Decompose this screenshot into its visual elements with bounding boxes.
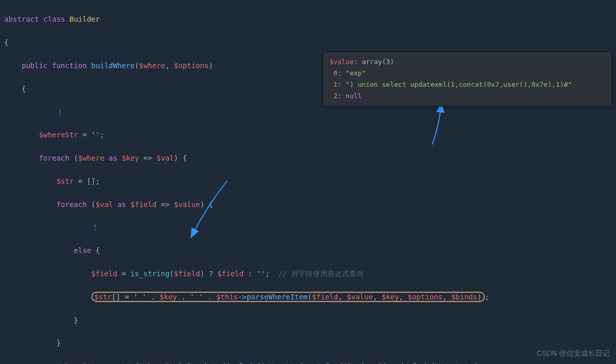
code-line: abstract class Builder — [4, 13, 612, 25]
code-line: } — [4, 337, 612, 349]
kw-function: function — [52, 61, 87, 70]
tooltip-row: 0: "exp" — [329, 68, 605, 79]
fold-ellipsis-icon: ⋮ — [56, 108, 64, 116]
code-line: ⋮ — [4, 221, 612, 233]
kw-class: class — [43, 15, 65, 23]
debug-tooltip: $value: array(3) 0: "exp" 1: ") union se… — [323, 52, 612, 106]
code-line: $whereStr = ''; — [4, 129, 612, 140]
watermark: CSDN @信安成长日记 — [536, 347, 610, 359]
kw-public: public — [22, 61, 48, 70]
tooltip-row: 2: null — [329, 90, 605, 102]
code-line: { — [4, 37, 612, 48]
code-line: $str[] = ' ' . $key . ' ' . $this->parse… — [4, 291, 612, 303]
code-line: foreach ($val as $field => $value) { — [4, 199, 612, 210]
code-line: $str = []; — [4, 176, 612, 187]
class-name: Builder — [69, 15, 100, 23]
code-line: ⋮ — [4, 106, 612, 118]
kw-abstract: abstract — [4, 15, 39, 23]
fold-ellipsis-icon: ⋮ — [91, 223, 99, 231]
code-line: else { — [4, 245, 612, 256]
code-line: foreach ($where as $key => $val) { — [4, 152, 612, 164]
comment: // 对字段使用表达式查询 — [278, 270, 364, 278]
highlighted-expression: $str[] = ' ' . $key . ' ' . $this->parse… — [91, 292, 485, 302]
tooltip-header: $value: array(3) — [329, 56, 605, 68]
code-line: $field = is_string($field) ? $field : ''… — [4, 268, 612, 279]
code-line: $whereStr .= empty($whereStr) ? substr(i… — [4, 360, 612, 364]
function-name: buildWhere — [91, 61, 135, 70]
tooltip-row: 1: ") union select updatexml(1,concat(0x… — [329, 79, 605, 90]
underlined-statement: $whereStr .= empty($whereStr) ? substr(i… — [56, 362, 483, 364]
code-line: } — [4, 314, 612, 326]
